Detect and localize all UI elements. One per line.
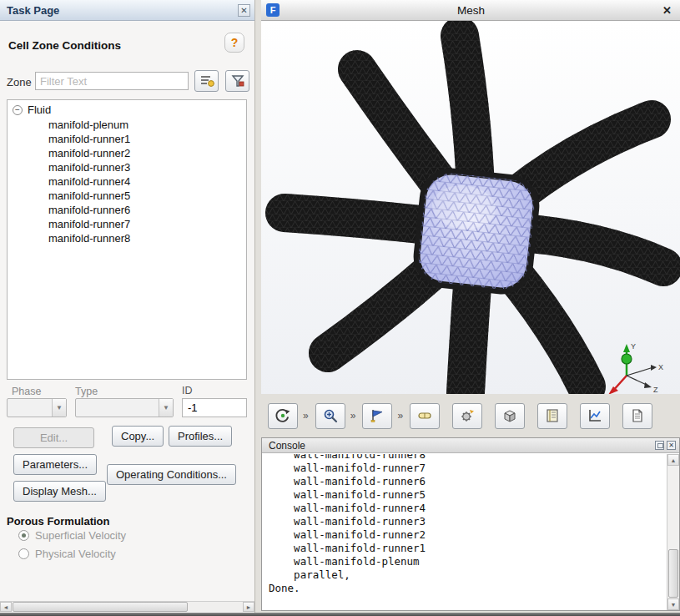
funnel-icon <box>229 73 246 89</box>
task-page-body: Cell Zone Conditions ? Zone − Fluid mani… <box>0 21 254 612</box>
tree-item[interactable]: manifold-plenum <box>8 118 246 132</box>
mesh-render: X Y Z <box>261 21 680 394</box>
report-button[interactable] <box>622 403 652 429</box>
console-line: wall-manifold-runner8 <box>269 454 667 462</box>
console-lines: wall-manifold-runner8 wall-manifold-runn… <box>269 454 667 595</box>
toolbar-overflow-icon[interactable]: » <box>303 410 309 422</box>
tree-item[interactable]: manifold-runner7 <box>8 217 246 231</box>
console-line: Done. <box>269 582 667 595</box>
toolbar-overflow-icon[interactable]: » <box>397 410 403 422</box>
operating-conditions-button[interactable]: Operating Conditions... <box>107 464 236 485</box>
views-button[interactable] <box>495 403 525 429</box>
probe-button[interactable] <box>410 403 440 429</box>
vertical-scrollbar[interactable]: ▲ ▼ <box>667 454 679 610</box>
tree-items: manifold-plenummanifold-runner1manifold-… <box>8 118 246 245</box>
profiles-button[interactable]: Profiles... <box>169 426 232 447</box>
console-line: wall-manifold-runner7 <box>269 462 667 475</box>
mesh-titlebar: F Mesh ✕ <box>261 0 680 21</box>
mesh-window: F Mesh ✕ <box>261 0 680 394</box>
close-icon[interactable]: ✕ <box>667 441 676 450</box>
filter-zones-button[interactable] <box>225 70 249 92</box>
horizontal-scrollbar[interactable]: ◄ ► <box>0 601 254 612</box>
console-line: wall-manifold-runner6 <box>269 475 667 488</box>
toolbar-overflow-icon[interactable]: » <box>350 410 356 422</box>
mesh-window-title: Mesh <box>280 4 662 17</box>
zone-label: Zone <box>7 76 32 88</box>
id-label: ID <box>182 385 193 396</box>
document-icon <box>629 407 646 424</box>
copy-button[interactable]: Copy... <box>112 426 164 447</box>
tree-item[interactable]: manifold-runner1 <box>8 132 246 146</box>
sort-zones-button[interactable] <box>194 70 219 92</box>
radio-label: Physical Velocity <box>35 548 116 560</box>
radio-unselected-icon[interactable] <box>18 548 29 559</box>
chevron-down-icon[interactable]: ▼ <box>159 399 173 417</box>
id-field[interactable] <box>182 398 247 417</box>
tree-root-row[interactable]: − Fluid <box>8 100 246 118</box>
console-window: Console ✕ wall-manifold-runner8 wall-man… <box>261 437 680 611</box>
flag-icon <box>369 407 385 424</box>
flag-button[interactable] <box>362 403 392 429</box>
list-sort-icon <box>199 73 215 89</box>
window-bottom-edge <box>0 613 680 616</box>
superficial-velocity-radio[interactable]: Superficial Velocity <box>18 529 126 542</box>
graphics-toolbar: » » » <box>261 397 680 434</box>
journal-button[interactable] <box>537 403 567 429</box>
scrollbar-thumb[interactable] <box>668 549 678 598</box>
chart-icon <box>587 407 603 424</box>
console-line: wall-manifold-runner5 <box>269 488 667 502</box>
radio-label: Superficial Velocity <box>35 529 126 542</box>
display-mesh-button[interactable]: Display Mesh... <box>13 481 106 502</box>
console-line: parallel, <box>269 568 667 582</box>
tree-item[interactable]: manifold-runner5 <box>8 189 246 203</box>
phase-select[interactable]: ▼ <box>7 398 67 417</box>
tree-item[interactable]: manifold-runner4 <box>8 174 246 189</box>
magnifier-plus-icon <box>322 407 339 424</box>
collapse-icon[interactable]: − <box>13 105 23 115</box>
scrollbar-thumb[interactable] <box>13 602 188 612</box>
chevron-down-icon[interactable]: ▼ <box>52 399 66 417</box>
tree-item[interactable]: manifold-runner2 <box>8 146 246 160</box>
scroll-down-icon[interactable]: ▼ <box>667 598 679 610</box>
console-line: wall-manifold-runner4 <box>269 502 667 515</box>
type-select[interactable]: ▼ <box>75 398 174 417</box>
restore-icon[interactable] <box>655 441 664 450</box>
console-title: Console <box>265 440 652 452</box>
close-icon[interactable]: ✕ <box>238 4 250 17</box>
capsule-icon <box>416 407 433 424</box>
parameters-button[interactable]: Parameters... <box>13 454 97 475</box>
console-line: wall-manifold-runner3 <box>269 515 667 528</box>
settings-button[interactable] <box>452 403 482 429</box>
manifold-plenum-surface <box>414 169 538 293</box>
gear-icon <box>459 407 476 424</box>
scroll-right-icon[interactable]: ► <box>243 602 254 612</box>
console-output[interactable]: wall-manifold-runner8 wall-manifold-runn… <box>262 454 667 610</box>
tree-item[interactable]: manifold-runner8 <box>8 231 246 245</box>
tree-root-label[interactable]: Fluid <box>28 104 51 116</box>
help-button[interactable]: ? <box>224 33 244 53</box>
radio-selected-icon[interactable] <box>18 530 29 541</box>
orbit-button[interactable] <box>268 403 298 429</box>
scroll-left-icon[interactable]: ◄ <box>0 602 12 612</box>
page-title: Cell Zone Conditions <box>8 39 121 52</box>
tree-item[interactable]: manifold-runner3 <box>8 160 246 174</box>
task-page-titlebar: Task Page ✕ <box>0 0 254 21</box>
zone-tree: − Fluid manifold-plenummanifold-runner1m… <box>7 99 247 380</box>
svg-text:X: X <box>658 363 663 371</box>
plot-button[interactable] <box>580 403 610 429</box>
edit-button[interactable]: Edit... <box>13 427 94 448</box>
svg-text:Z: Z <box>653 386 658 394</box>
axis-triad-icon: X Y Z <box>608 342 663 394</box>
console-line: wall-manifold-runner1 <box>269 542 667 555</box>
fluent-logo-icon: F <box>266 3 280 17</box>
console-titlebar: Console ✕ <box>262 438 679 453</box>
close-icon[interactable]: ✕ <box>662 4 672 17</box>
zone-filter-input[interactable] <box>35 72 189 90</box>
orbit-icon <box>275 407 291 424</box>
zoom-in-button[interactable] <box>315 403 345 429</box>
porous-formulation-heading: Porous Formulation <box>7 515 110 528</box>
mesh-viewport[interactable]: X Y Z <box>261 21 680 394</box>
scroll-up-icon[interactable]: ▲ <box>667 454 679 466</box>
tree-item[interactable]: manifold-runner6 <box>8 203 246 217</box>
physical-velocity-radio[interactable]: Physical Velocity <box>18 548 116 560</box>
